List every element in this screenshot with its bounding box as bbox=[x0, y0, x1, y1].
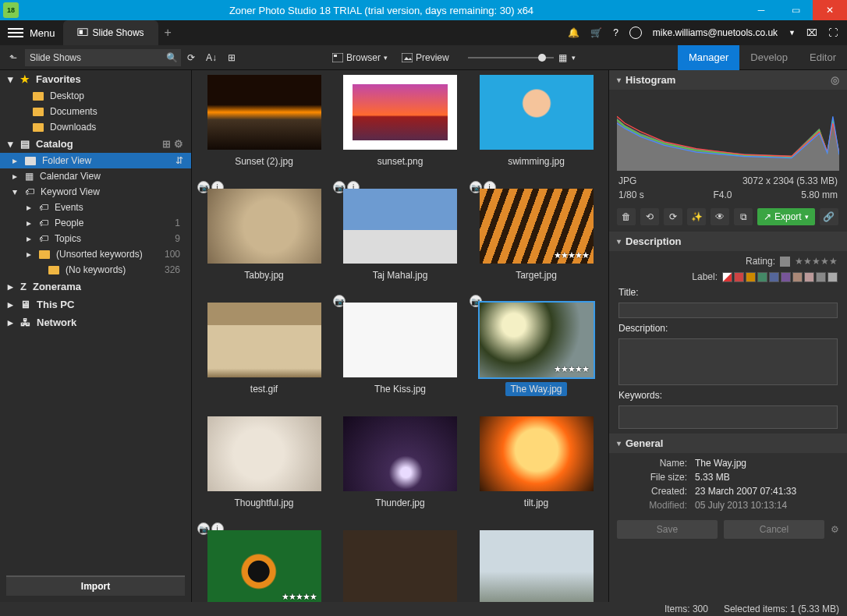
browser-label: Browser bbox=[346, 52, 381, 63]
favorites-label: Favorites bbox=[36, 73, 81, 85]
thumbnail[interactable]: Thunder.jpg bbox=[338, 415, 462, 510]
add-icon[interactable]: ⊞ bbox=[221, 52, 242, 63]
thumbnail[interactable]: tower.jpg bbox=[474, 529, 599, 602]
sidebar-item-topics[interactable]: ▸🏷Topics9 bbox=[0, 231, 191, 246]
sort-icon[interactable]: ⇵ bbox=[175, 155, 183, 166]
thumbnail-label: Thoughtful.jpg bbox=[229, 496, 298, 510]
rating-stars[interactable]: ★★★★★ bbox=[795, 256, 838, 267]
sidebar-item-folderview[interactable]: ▸Folder View⇵ bbox=[0, 153, 191, 168]
app-icon: 18 bbox=[3, 2, 19, 18]
search-icon[interactable]: 🔍 bbox=[166, 52, 178, 63]
tab-develop[interactable]: Develop bbox=[739, 45, 799, 70]
pc-icon: 🖥 bbox=[20, 299, 30, 310]
user-email[interactable]: mike.williams@nuetools.co.uk bbox=[653, 27, 778, 38]
thumbnail-label: Target.jpg bbox=[511, 268, 562, 282]
label-label: Label: bbox=[663, 271, 718, 282]
section-catalog[interactable]: ▾▤Catalog⊞ ⚙ bbox=[0, 135, 191, 153]
zonerama-icon: Z bbox=[20, 281, 27, 292]
thumbnail[interactable]: Thoughtful.jpg bbox=[202, 415, 327, 510]
thumbnail[interactable]: swimming.jpg bbox=[474, 73, 599, 168]
browser-mode-button[interactable]: Browser ▾ bbox=[328, 52, 392, 63]
breadcrumb-input[interactable]: Slide Shows 🔍 bbox=[25, 49, 181, 66]
section-network[interactable]: ▸🖧Network bbox=[0, 313, 191, 331]
sidebar-item-nokeywords[interactable]: (No keywords)326 bbox=[0, 262, 191, 278]
gear-icon[interactable]: ⚙ bbox=[831, 524, 839, 535]
sidebar-item-unsorted[interactable]: ▸(Unsorted keywords)100 bbox=[0, 246, 191, 262]
description-input[interactable] bbox=[618, 338, 838, 385]
thumbnail[interactable]: sunset.png bbox=[338, 73, 462, 168]
delete-icon[interactable]: 🗑 bbox=[617, 208, 636, 225]
sidebar-item-downloads[interactable]: Downloads bbox=[0, 119, 191, 135]
thumbnail-image bbox=[207, 189, 321, 264]
description-header[interactable]: Description bbox=[609, 232, 847, 251]
thumbnail[interactable]: tilt.jpg bbox=[474, 415, 599, 510]
fullscreen-icon[interactable]: ⛶ bbox=[828, 27, 838, 38]
file-dimensions: 3072 x 2304 (5.33 MB) bbox=[742, 175, 838, 186]
section-favorites[interactable]: ▾★Favorites bbox=[0, 70, 191, 88]
zoom-slider[interactable]: ▦▾ bbox=[468, 52, 576, 63]
target-icon[interactable]: ◎ bbox=[831, 74, 839, 86]
copy-icon[interactable]: ⧉ bbox=[734, 208, 753, 225]
import-button[interactable]: Import bbox=[6, 575, 185, 596]
rotate-left-icon[interactable]: ⟲ bbox=[640, 208, 659, 225]
thumbnail[interactable]: 📷The Kiss.jpg bbox=[338, 301, 462, 396]
bell-icon[interactable]: 🔔 bbox=[568, 27, 579, 38]
keywords-input[interactable] bbox=[618, 405, 838, 429]
thumbnail[interactable]: Sunset (2).jpg bbox=[202, 73, 327, 168]
section-zonerama[interactable]: ▸ZZonerama bbox=[0, 278, 191, 296]
menu-label[interactable]: Menu bbox=[30, 27, 55, 39]
gen-size: 5.33 MB bbox=[695, 472, 730, 483]
thumbnail[interactable]: 📷iTaj Mahal.jpg bbox=[338, 187, 462, 282]
description-label: Description: bbox=[618, 323, 668, 334]
new-tab-button[interactable]: + bbox=[165, 26, 172, 40]
export-button[interactable]: ↗Export▾ bbox=[757, 208, 815, 225]
color-labels[interactable] bbox=[722, 272, 838, 282]
minimize-button[interactable]: ─ bbox=[744, 0, 778, 20]
thumbnail[interactable]: test.gif bbox=[202, 301, 327, 396]
thumbnail[interactable]: 📷★★★★★The Way.jpg bbox=[474, 301, 599, 396]
sidebar-item-desktop[interactable]: Desktop bbox=[0, 88, 191, 104]
add-catalog-icon[interactable]: ⊞ ⚙ bbox=[162, 138, 183, 150]
refresh-icon[interactable]: ⟳ bbox=[181, 52, 201, 63]
sort-icon[interactable]: A↓ bbox=[201, 52, 221, 63]
tab-label: Slide Shows bbox=[93, 27, 144, 38]
rating-stars: ★★★★★ bbox=[554, 364, 589, 374]
hamburger-icon[interactable] bbox=[8, 25, 23, 41]
close-button[interactable]: ✕ bbox=[813, 0, 847, 20]
share-icon[interactable]: 🔗 bbox=[820, 208, 838, 225]
thumbnail[interactable]: 📷iTabby.jpg bbox=[202, 187, 327, 282]
thumbnail[interactable]: Tools.jpg bbox=[338, 529, 462, 602]
thumbnail[interactable]: 📷i★★★★★Target.jpg bbox=[474, 187, 599, 282]
sidebar-item-calendarview[interactable]: ▸▦Calendar View bbox=[0, 168, 191, 184]
help-icon[interactable]: ? bbox=[613, 27, 618, 38]
thumbnail-image bbox=[343, 416, 457, 491]
eye-icon[interactable]: 👁 bbox=[711, 208, 729, 225]
rating-clear-icon[interactable] bbox=[780, 257, 790, 267]
sidebar-item-keywordview[interactable]: ▾🏷Keyword View bbox=[0, 184, 191, 200]
grid-icon[interactable]: ▦ bbox=[558, 52, 567, 63]
up-folder-icon[interactable]: ⬑ bbox=[5, 52, 22, 63]
wand-icon[interactable]: ✨ bbox=[687, 208, 706, 225]
tab-slideshows[interactable]: Slide Shows bbox=[63, 20, 158, 45]
thumbnail-image bbox=[480, 530, 594, 602]
sidebar-item-people[interactable]: ▸🏷People1 bbox=[0, 215, 191, 231]
cart-icon[interactable]: 🛒 bbox=[590, 27, 602, 38]
section-thispc[interactable]: ▸🖥This PC bbox=[0, 296, 191, 313]
tab-manager[interactable]: Manager bbox=[678, 45, 739, 70]
preview-mode-button[interactable]: Preview bbox=[397, 52, 454, 63]
title-input[interactable] bbox=[618, 303, 838, 318]
thumbnail[interactable]: 📷i★★★★★Toco Toucan.jpg bbox=[202, 529, 327, 602]
sidebar-item-documents[interactable]: Documents bbox=[0, 104, 191, 119]
cancel-button[interactable]: Cancel bbox=[724, 520, 824, 539]
rotate-right-icon[interactable]: ⟳ bbox=[664, 208, 682, 225]
histogram-header[interactable]: Histogram◎ bbox=[609, 70, 847, 90]
user-avatar-icon[interactable] bbox=[629, 27, 642, 39]
sidebar-item-events[interactable]: ▸🏷Events bbox=[0, 200, 191, 215]
save-button[interactable]: Save bbox=[617, 520, 718, 539]
tab-editor[interactable]: Editor bbox=[799, 45, 847, 70]
export-icon: ↗ bbox=[764, 211, 771, 222]
chevron-down-icon[interactable]: ▼ bbox=[789, 29, 796, 37]
screen-icon[interactable]: ⌧ bbox=[806, 27, 817, 38]
maximize-button[interactable]: ▭ bbox=[778, 0, 813, 20]
general-header[interactable]: General bbox=[609, 434, 847, 453]
